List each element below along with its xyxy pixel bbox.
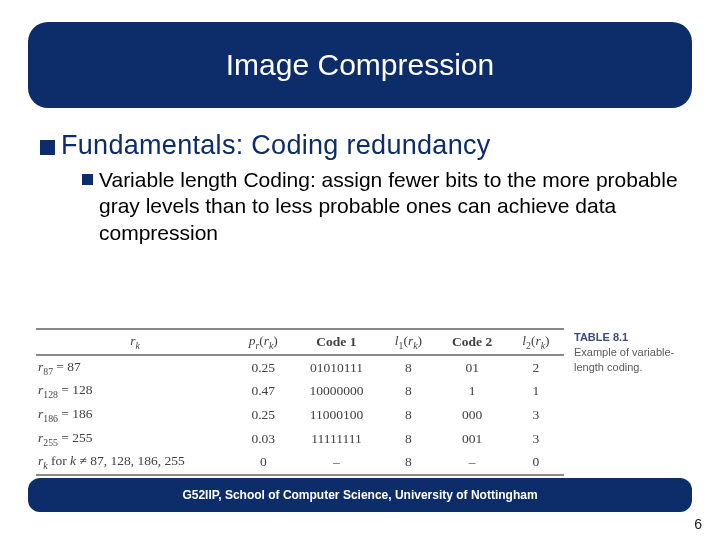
- cell: 10000000: [292, 379, 380, 403]
- table-row: r255 = 255 0.03 11111111 8 001 3: [36, 427, 564, 451]
- table-row: r87 = 87 0.25 01010111 8 01 2: [36, 355, 564, 380]
- cell: 1: [436, 379, 507, 403]
- cell: 0: [234, 450, 292, 475]
- table-caption: TABLE 8.1 Example of variable-length cod…: [574, 328, 684, 476]
- cell: 8: [380, 355, 436, 380]
- col-header: Code 2: [436, 329, 507, 355]
- col-header: pr(rk): [234, 329, 292, 355]
- coding-table: rk pr(rk) Code 1 l1(rk) Code 2 l2(rk) r8…: [36, 328, 564, 476]
- table-row: r186 = 186 0.25 11000100 8 000 3: [36, 403, 564, 427]
- bullet-level1: Fundamentals: Coding redundancy: [40, 130, 680, 161]
- cell: 0: [508, 450, 564, 475]
- cell: 000: [436, 403, 507, 427]
- footer-bar: G52IIP, School of Computer Science, Univ…: [28, 478, 692, 512]
- cell: 0.25: [234, 403, 292, 427]
- cell: 0.25: [234, 355, 292, 380]
- cell: 1: [508, 379, 564, 403]
- cell: 01010111: [292, 355, 380, 380]
- table-row: r128 = 128 0.47 10000000 8 1 1: [36, 379, 564, 403]
- table-header-row: rk pr(rk) Code 1 l1(rk) Code 2 l2(rk): [36, 329, 564, 355]
- row-label: r186 = 186: [36, 403, 234, 427]
- slide-title: Image Compression: [226, 48, 494, 82]
- row-label: r255 = 255: [36, 427, 234, 451]
- cell: 01: [436, 355, 507, 380]
- row-label: r87 = 87: [36, 355, 234, 380]
- page-number: 6: [694, 516, 702, 532]
- cell: 11000100: [292, 403, 380, 427]
- cell: 8: [380, 379, 436, 403]
- heading-level1: Fundamentals: Coding redundancy: [61, 130, 491, 161]
- cell: 8: [380, 427, 436, 451]
- cell: 2: [508, 355, 564, 380]
- heading-level2: Variable length Coding: assign fewer bit…: [99, 167, 680, 246]
- col-header: Code 1: [292, 329, 380, 355]
- col-header: l1(rk): [380, 329, 436, 355]
- bullet-level2: Variable length Coding: assign fewer bit…: [82, 167, 680, 246]
- table-body: r87 = 87 0.25 01010111 8 01 2 r128 = 128…: [36, 355, 564, 475]
- col-header: rk: [36, 329, 234, 355]
- cell: 001: [436, 427, 507, 451]
- caption-body: Example of variable-length coding.: [574, 346, 674, 373]
- cell: 11111111: [292, 427, 380, 451]
- row-label: r128 = 128: [36, 379, 234, 403]
- square-bullet-icon: [82, 174, 93, 185]
- row-label: rk for k ≠ 87, 128, 186, 255: [36, 450, 234, 475]
- table-row: rk for k ≠ 87, 128, 186, 255 0 – 8 – 0: [36, 450, 564, 475]
- slide-body: Fundamentals: Coding redundancy Variable…: [40, 130, 680, 246]
- footer-text: G52IIP, School of Computer Science, Univ…: [182, 488, 537, 502]
- cell: 3: [508, 403, 564, 427]
- data-table-container: rk pr(rk) Code 1 l1(rk) Code 2 l2(rk) r8…: [36, 328, 684, 476]
- cell: –: [436, 450, 507, 475]
- cell: 3: [508, 427, 564, 451]
- cell: 8: [380, 403, 436, 427]
- slide-title-bar: Image Compression: [28, 22, 692, 108]
- cell: –: [292, 450, 380, 475]
- cell: 0.03: [234, 427, 292, 451]
- col-header: l2(rk): [508, 329, 564, 355]
- square-bullet-icon: [40, 140, 55, 155]
- cell: 0.47: [234, 379, 292, 403]
- cell: 8: [380, 450, 436, 475]
- caption-label: TABLE 8.1: [574, 331, 628, 343]
